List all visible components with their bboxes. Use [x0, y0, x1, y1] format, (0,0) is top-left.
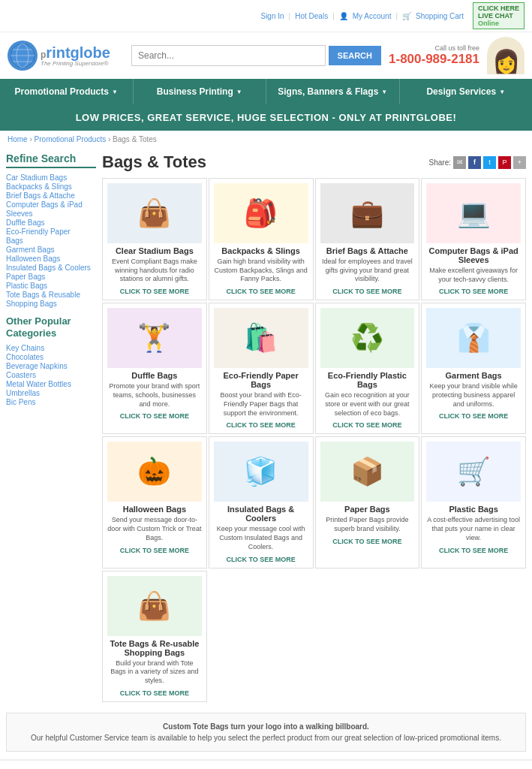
product-card-brief[interactable]: 💼 Brief Bags & Attache Ideal for employe… [315, 178, 420, 300]
nav-promotional[interactable]: Promotional Products ▼ [0, 79, 134, 104]
share-twitter-icon[interactable]: t [483, 156, 496, 169]
divider2: | [332, 12, 335, 20]
product-card-duffle[interactable]: 🏋️ Duffle Bags Promote your brand with s… [102, 303, 207, 434]
logo-brand: printglobe [41, 45, 110, 60]
product-image: 🎒 [214, 183, 308, 243]
sidebar-other-item[interactable]: Chocolates [6, 352, 96, 361]
product-image: 🎃 [107, 442, 202, 502]
share-pinterest-icon[interactable]: P [498, 156, 511, 169]
sidebar-item[interactable]: Duffle Bags [6, 218, 96, 227]
sidebar-item[interactable]: Insulated Bags & Coolers [6, 263, 96, 272]
product-card-backpacks[interactable]: 🎒 Backpacks & Slings Gain high brand vis… [209, 178, 314, 300]
product-card-tote[interactable]: 👜 Tote Bags & Re-usable Shopping Bags Bu… [102, 571, 207, 702]
share-facebook-icon[interactable]: f [468, 156, 481, 169]
product-link[interactable]: CLICK TO SEE MORE [120, 412, 189, 420]
hotdeals-link[interactable]: Hot Deals [295, 12, 328, 20]
sidebar-item[interactable]: Computer Bags & iPad [6, 200, 96, 209]
sidebar-item[interactable]: Paper Bags [6, 272, 96, 281]
product-name: Duffle Bags [107, 371, 202, 380]
search-button[interactable]: SEARCH [329, 46, 381, 65]
phone-number[interactable]: 1-800-989-2181 [389, 52, 479, 67]
breadcrumb-category[interactable]: Promotional Products [35, 135, 107, 143]
sidebar-other-item[interactable]: Key Chains [6, 343, 96, 352]
product-link[interactable]: CLICK TO SEE MORE [332, 421, 401, 429]
breadcrumb-home[interactable]: Home [8, 135, 28, 143]
product-card-clear-stadium[interactable]: 👜 Clear Stadium Bags Event Compliant Bag… [102, 178, 207, 300]
myaccount-link[interactable]: My Account [353, 12, 392, 20]
nav-design[interactable]: Design Services ▼ [400, 79, 533, 104]
product-row-1: 👜 Clear Stadium Bags Event Compliant Bag… [102, 178, 526, 300]
product-link[interactable]: CLICK TO SEE MORE [120, 689, 189, 697]
sidebar-other-item[interactable]: Umbrellas [6, 388, 96, 397]
product-card-computer[interactable]: 💻 Computer Bags & iPad Sleeves Make exce… [421, 178, 526, 300]
product-desc: Event Compliant Bags make winning handou… [107, 258, 202, 284]
sidebar-other-item[interactable]: Metal Water Bottles [6, 379, 96, 388]
sidebar-item[interactable]: Sleeves [6, 209, 96, 218]
agent-illustration: 👩 [487, 37, 524, 74]
sidebar-other-item[interactable]: Bic Pens [6, 397, 96, 406]
share-email-icon[interactable]: ✉ [453, 156, 466, 169]
divider1: | [289, 12, 291, 20]
search-input[interactable] [131, 45, 326, 66]
product-desc: Keep your message cool with Custom Insul… [214, 525, 308, 551]
sidebar-item[interactable]: Eco-Friendly Paper [6, 227, 96, 236]
product-link[interactable]: CLICK TO SEE MORE [439, 412, 508, 420]
product-desc: A cost-effective advertising tool that p… [426, 516, 521, 542]
main-content: Bags & Totes Share: ✉ f t P + 👜 Clear St… [102, 148, 526, 710]
nav-signs[interactable]: Signs, Banners & Flags ▼ [266, 79, 400, 104]
sidebar-item[interactable]: Shopping Bags [6, 299, 96, 308]
product-link[interactable]: CLICK TO SEE MORE [439, 288, 508, 295]
signin-link[interactable]: Sign In [260, 12, 284, 20]
product-image: 🏋️ [107, 308, 202, 368]
livechat-button[interactable]: CLICK HERELIVE CHATOnline [473, 2, 524, 29]
product-row-3: 🎃 Halloween Bags Send your message door-… [102, 436, 526, 568]
sidebar-item[interactable]: Plastic Bags [6, 281, 96, 290]
product-name: Clear Stadium Bags [107, 246, 202, 255]
nav-business[interactable]: Business Printing ▼ [134, 79, 267, 104]
product-name: Halloween Bags [107, 505, 202, 514]
sidebar-item[interactable]: Backpacks & Slings [6, 182, 96, 191]
product-desc: Ideal for employees and travel gifts giv… [320, 258, 415, 284]
footer: Need Help? Call us at 1-800-989-2181 M-F… [0, 759, 532, 769]
cart-icon: 🛒 [402, 12, 411, 20]
logo-globe-icon [8, 41, 38, 71]
product-card-eco-paper[interactable]: 🛍️ Eco-Friendly Paper Bags Boost your br… [209, 303, 314, 434]
product-link[interactable]: CLICK TO SEE MORE [120, 288, 189, 295]
product-card-eco-plastic[interactable]: ♻️ Eco-Friendly Plastic Bags Gain eco re… [315, 303, 420, 434]
product-card-paper[interactable]: 📦 Paper Bags Printed Paper Bags provide … [315, 436, 420, 568]
product-name: Insulated Bags & Coolers [214, 505, 308, 523]
sidebar-item[interactable]: Garment Bags [6, 245, 96, 254]
product-image: 💻 [426, 183, 521, 243]
product-link[interactable]: CLICK TO SEE MORE [120, 547, 189, 554]
page-title: Bags & Totes [102, 152, 206, 172]
promo-banner: LOW PRICES, GREAT SERVICE, HUGE SELECTIO… [0, 104, 532, 131]
product-desc: Gain eco recognition at your store or ev… [320, 391, 415, 418]
share-more-icon[interactable]: + [513, 156, 526, 169]
sidebar-item[interactable]: Tote Bags & Reusable [6, 290, 96, 299]
sidebar-item[interactable]: Car Stadium Bags [6, 173, 96, 182]
product-link[interactable]: CLICK TO SEE MORE [439, 547, 508, 554]
logo[interactable]: printglobe The Printing Superstore® [8, 41, 124, 71]
product-card-plastic[interactable]: 🛒 Plastic Bags A cost-effective advertis… [421, 436, 526, 568]
product-image: 📦 [320, 442, 415, 502]
product-desc: Promote your brand with sport teams, sch… [107, 382, 202, 409]
sidebar-item[interactable]: Halloween Bags [6, 254, 96, 263]
sidebar-other-item[interactable]: Beverage Napkins [6, 361, 96, 370]
sidebar-item[interactable]: Bags [6, 236, 96, 245]
sidebar-item[interactable]: Brief Bags & Attache [6, 191, 96, 200]
cart-link[interactable]: Shopping Cart [416, 12, 464, 20]
product-link[interactable]: CLICK TO SEE MORE [332, 288, 401, 295]
product-name: Computer Bags & iPad Sleeves [426, 246, 521, 264]
product-image: 👜 [107, 576, 202, 636]
bottom-banner-subtext: Our helpful Customer Service team is ava… [22, 734, 510, 742]
product-link[interactable]: CLICK TO SEE MORE [226, 421, 295, 429]
sidebar: Refine Search Car Stadium Bags Backpacks… [6, 148, 96, 710]
other-popular-title: Other PopularCategories [6, 315, 96, 339]
sidebar-other-item[interactable]: Coasters [6, 370, 96, 379]
product-link[interactable]: CLICK TO SEE MORE [332, 538, 401, 545]
product-card-garment[interactable]: 👔 Garment Bags Keep your brand visible w… [421, 303, 526, 434]
product-link[interactable]: CLICK TO SEE MORE [226, 288, 295, 295]
product-card-halloween[interactable]: 🎃 Halloween Bags Send your message door-… [102, 436, 207, 568]
product-link[interactable]: CLICK TO SEE MORE [226, 556, 295, 563]
product-card-insulated[interactable]: 🧊 Insulated Bags & Coolers Keep your mes… [209, 436, 314, 568]
